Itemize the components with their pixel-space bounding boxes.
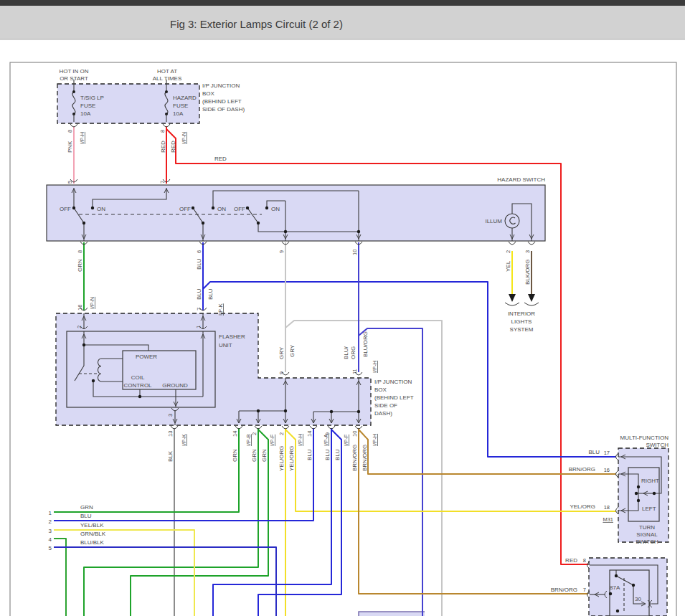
feed-label: HOT IN ON — [59, 68, 88, 75]
wire-label: BLU — [207, 288, 214, 300]
wire-label: RED — [170, 141, 176, 153]
component-subtitle: SWITCH — [636, 539, 658, 545]
wire-label: BRN/ORG — [551, 587, 577, 593]
connector-id: I/P-N — [89, 297, 95, 309]
connector-id: I/P-F — [343, 434, 349, 446]
pin-number: 2 — [76, 326, 82, 328]
box-name: I/P JUNCTION — [374, 379, 412, 385]
pin-number: 2 — [505, 250, 511, 253]
component-title: FLASHER — [219, 333, 245, 340]
wire-label: BRN/ORG — [362, 445, 368, 471]
wire-label: PNK — [67, 141, 73, 153]
component-title: UNIT — [219, 342, 232, 349]
feed-label: OR START — [60, 75, 88, 82]
module-label: POWER — [136, 354, 157, 360]
pin-number: 10 — [351, 431, 358, 437]
box-name: BOX — [202, 90, 215, 97]
system-label: LIGHTS — [511, 318, 532, 325]
connector-id: I/P-H — [79, 132, 85, 144]
switch-position: ON — [271, 206, 280, 212]
system-label: INTERIOR — [508, 311, 535, 317]
row-number: 5 — [49, 545, 52, 551]
wire-label: BRN/ORG — [351, 445, 358, 471]
fuse-rating: 10A — [80, 110, 91, 117]
wire-label: GRN — [232, 449, 238, 462]
page-title: Fig 3: Exterior Lamps Circuit (2 of 2) — [170, 18, 343, 30]
wire-label: YEL/ORG — [570, 503, 595, 510]
pin-number: 9 — [324, 432, 331, 435]
connector-id: I/P-F — [269, 434, 275, 446]
wire-label: YEL/ORG — [278, 445, 285, 471]
connector-id: I/P-H — [372, 434, 378, 446]
row-number: 1 — [49, 510, 52, 516]
wire-label: YEL/BLK — [80, 522, 104, 529]
relay-terminal: 87A — [610, 584, 620, 591]
wire-label: BLU/ORG — [362, 331, 369, 357]
pin-number: 10 — [351, 250, 358, 255]
pin-number: 3 — [167, 414, 174, 417]
wire-label: GRN — [251, 449, 258, 462]
pin-number: 16 — [604, 467, 610, 473]
pin-number: 8 — [583, 557, 586, 564]
box-name: DASH) — [374, 410, 392, 417]
box-name: SIDE OF DASH) — [202, 106, 245, 113]
wire-label: YEL — [505, 260, 511, 272]
row-number: 4 — [49, 536, 52, 543]
module-label: GROUND — [162, 382, 188, 389]
pin-number: 2 — [278, 432, 285, 435]
wire-label: GRY — [278, 346, 285, 359]
wire-label: GRN — [80, 504, 93, 511]
pin-number: 8 — [159, 130, 166, 133]
pin-number: 17 — [604, 450, 610, 456]
wire-label: ORG — [350, 346, 356, 359]
wire-label: GRN — [77, 259, 83, 272]
box-name: (BEHIND LEFT — [374, 394, 414, 401]
row-number: 3 — [49, 528, 52, 534]
bottom-component-box — [359, 612, 425, 616]
wire-label: BLU — [588, 449, 600, 455]
component-subtitle: TURN — [639, 524, 655, 531]
connector-id: I/P-H — [372, 361, 378, 373]
fuse-name: FUSE — [80, 103, 95, 109]
component-title: SWITCH — [646, 442, 669, 448]
switch-position: ON — [217, 206, 226, 212]
wire-label: BRN/ORG — [569, 466, 595, 473]
pin-number: 7 — [159, 181, 166, 184]
hazard-switch-box — [47, 185, 545, 241]
system-label: SYSTEM — [510, 326, 534, 333]
row-number: 2 — [49, 518, 52, 525]
switch-position: OFF — [234, 206, 245, 212]
wire-label: GRY — [289, 344, 296, 357]
pin-number: 1 — [195, 326, 202, 328]
component-title: MULTI-FUNCTION — [620, 435, 669, 441]
pin-number: 7 — [583, 587, 586, 593]
pin-number: 3 — [524, 250, 531, 253]
fuse-rating: 10A — [173, 110, 184, 117]
wire-label: GRN — [261, 449, 268, 462]
wire-label: BLK — [167, 450, 174, 462]
wire-label: BLU/ — [343, 346, 349, 359]
wire-label: BLU/BLK — [80, 539, 105, 546]
illum-label: ILLUM — [485, 218, 502, 224]
wire-label: GRN/BLK — [80, 531, 106, 537]
box-name: SIDE OF — [374, 402, 397, 409]
switch-position: RIGHT — [641, 478, 659, 484]
pin-number: 16 — [77, 305, 83, 311]
interior-lights-labels: INTERIOR LIGHTS SYSTEM — [508, 311, 535, 333]
box-name: I/P JUNCTION — [202, 82, 240, 89]
box-name: BOX — [374, 387, 387, 393]
pin-number: 9 — [278, 250, 285, 253]
wire-label: BLU — [334, 449, 341, 460]
component-subtitle: SIGNAL — [636, 531, 658, 538]
pin-number: 8 — [67, 130, 73, 133]
pin-number: 18 — [604, 504, 610, 511]
pin-number: 14 — [306, 431, 313, 437]
pin-number: 11 — [351, 369, 358, 374]
fuse-name: T/SIG LP — [80, 95, 104, 101]
switch-position: OFF — [60, 206, 71, 212]
switch-position: ON — [97, 206, 105, 212]
wire-label: BLU — [306, 449, 313, 460]
connector-id: M31 — [603, 516, 613, 523]
wire-label: BLK/ORG — [524, 259, 531, 285]
module-label: COIL — [131, 374, 145, 381]
